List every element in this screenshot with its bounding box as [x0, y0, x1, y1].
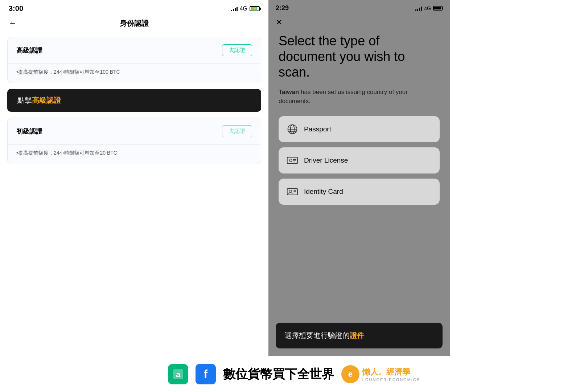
card-container: 高級認證 去認證 •提高提幣額度，24小時限額可增加至100 BTC [7, 37, 261, 83]
country-note: Taiwan has been set as issuing country o… [279, 87, 440, 106]
fb-letter: f [204, 367, 208, 381]
basic-verify-button[interactable]: 去認證 [222, 125, 252, 137]
passport-option[interactable]: Passport [279, 116, 440, 142]
lazy-main: 懶人。經濟學 [362, 367, 410, 377]
basic-cert-container: 初級認證 去認證 •提高提幣額度，24小時限額可增加至20 BTC [7, 118, 261, 164]
country-name: Taiwan [279, 89, 299, 95]
signal-left: 4G ⚡ [231, 5, 260, 12]
bar4 [237, 7, 238, 11]
lazy-economics-logo: e 懶人。經濟學 LOUNGER ECONOMICS [341, 365, 420, 383]
tooltip-yellow: 高級認證 [32, 95, 61, 105]
advanced-verify-button[interactable]: 去認證 [222, 44, 252, 56]
right-panel: 2:29 4G ✕ Select the type of document yo… [268, 0, 450, 356]
bottom-tooltip: 選擇想要進行驗證的 證件 [276, 323, 443, 348]
footer-main-text: 數位貨幣買下全世界 [223, 366, 334, 383]
basic-cert-desc: •提高提幣額度，24小時限額可增加至20 BTC [8, 145, 261, 164]
bar2 [233, 9, 234, 11]
passport-label: Passport [304, 125, 331, 133]
battery-left: ⚡ [250, 6, 260, 11]
identity-card-option[interactable]: Identity Card [279, 179, 440, 205]
tooltip-overlay: 點擊 高級認證 [7, 89, 261, 112]
advanced-cert-section: 高級認證 去認證 [8, 37, 261, 64]
status-bar-left: 3:00 4G ⚡ [0, 0, 268, 16]
advanced-cert-title: 高級認證 [16, 46, 42, 55]
facebook-logo: f [196, 364, 216, 384]
e-letter: e [348, 369, 353, 379]
alt-logo: a [168, 364, 188, 384]
select-title: Select the type of document you wish to … [279, 33, 440, 80]
driver-license-label: Driver License [304, 156, 348, 164]
battery-lightning: ⚡ [253, 7, 257, 11]
lazy-sub: LOUNGER ECONOMICS [362, 377, 420, 382]
identity-card-label: Identity Card [304, 188, 343, 196]
signal-bars-right [415, 6, 422, 11]
svg-point-11 [289, 190, 292, 192]
bar3r [419, 8, 420, 11]
nav-bar-left: ← 身份認證 [0, 16, 268, 34]
network-label-left: 4G [240, 5, 247, 12]
network-label-right: 4G [424, 5, 431, 11]
basic-cert-section: 初級認證 去認證 [8, 118, 261, 144]
basic-cert-title: 初級認證 [16, 127, 42, 136]
advanced-cert-top: 高級認證 去認證 [16, 44, 252, 56]
bar4r [421, 7, 422, 11]
e-circle: e [341, 365, 359, 383]
page-title-left: 身份認證 [120, 19, 149, 28]
advanced-cert-desc: •提高提幣額度，24小時限額可增加至100 BTC [8, 64, 261, 83]
battery-fill-right [434, 7, 441, 9]
back-button[interactable]: ← [9, 19, 17, 28]
battery-right [433, 6, 443, 11]
right-content: Select the type of document you wish to … [268, 29, 450, 323]
bar1 [231, 10, 232, 11]
signal-bars-left [231, 6, 238, 11]
globe-icon [286, 123, 299, 136]
bar3 [235, 8, 236, 11]
bottom-tooltip-white: 選擇想要進行驗證的 [284, 331, 350, 340]
time-right: 2:29 [276, 4, 289, 12]
left-panel: 3:00 4G ⚡ ← 身份認證 [0, 0, 268, 356]
status-bar-right: 2:29 4G [268, 0, 450, 15]
bottom-tooltip-yellow: 證件 [350, 331, 364, 340]
bar1r [415, 9, 416, 11]
time-left: 3:00 [9, 4, 23, 13]
driver-license-option[interactable]: Driver License [279, 147, 440, 173]
lazy-text: 懶人。經濟學 LOUNGER ECONOMICS [362, 367, 420, 382]
close-button[interactable]: ✕ [268, 15, 450, 29]
svg-rect-5 [287, 157, 297, 164]
id-card-icon [286, 185, 299, 198]
svg-text:a: a [176, 370, 181, 379]
driver-license-icon [286, 154, 299, 167]
footer: a f 數位貨幣買下全世界 e 懶人。經濟學 LOUNGER ECONOMICS [0, 356, 588, 392]
tooltip-box: 點擊 高級認證 [7, 89, 261, 112]
tooltip-white: 點擊 [17, 95, 32, 105]
signal-right: 4G [415, 5, 443, 11]
bar2r [417, 9, 418, 11]
svg-point-6 [289, 159, 292, 162]
